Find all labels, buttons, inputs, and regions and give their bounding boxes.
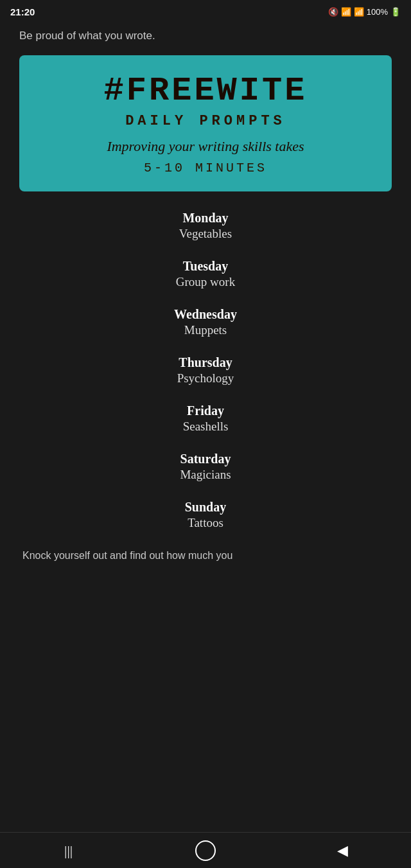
day-prompt-sunday: Tattoos: [19, 516, 392, 530]
status-time: 21:20: [10, 6, 35, 17]
banner-minutes: 5-10 MINUTES: [39, 161, 372, 175]
day-name-tuesday: Tuesday: [19, 259, 392, 274]
back-button[interactable]: ◀: [326, 838, 358, 864]
battery-icon: 🔋: [390, 7, 401, 17]
list-item: Sunday Tattoos: [19, 500, 392, 530]
intro-text: Be proud of what you wrote.: [19, 30, 392, 42]
banner-tagline: Improving your writing skills takes: [39, 137, 372, 157]
banner: #FREEWITE DAILY PROMPTS Improving your w…: [19, 55, 392, 191]
day-prompt-tuesday: Group work: [19, 275, 392, 289]
list-item: Thursday Psychology: [19, 355, 392, 385]
home-button[interactable]: [189, 838, 222, 864]
menu-button[interactable]: |||: [53, 838, 85, 864]
day-name-saturday: Saturday: [19, 452, 392, 466]
list-item: Saturday Magicians: [19, 452, 392, 482]
footer-text: Knock yourself out and find out how much…: [19, 548, 392, 563]
prompts-list: Monday Vegetables Tuesday Group work Wed…: [19, 211, 392, 530]
back-icon: ◀: [337, 842, 348, 859]
list-item: Tuesday Group work: [19, 259, 392, 289]
day-prompt-thursday: Psychology: [19, 371, 392, 385]
list-item: Monday Vegetables: [19, 211, 392, 241]
list-item: Wednesday Muppets: [19, 307, 392, 337]
day-name-sunday: Sunday: [19, 500, 392, 515]
mute-icon: 🔇: [328, 7, 338, 17]
day-prompt-wednesday: Muppets: [19, 323, 392, 337]
day-prompt-saturday: Magicians: [19, 468, 392, 482]
menu-icon: |||: [64, 842, 73, 859]
banner-subtitle: DAILY PROMPTS: [39, 113, 372, 129]
list-item: Friday Seashells: [19, 403, 392, 434]
day-name-friday: Friday: [19, 403, 392, 418]
home-icon: [195, 840, 216, 861]
day-prompt-friday: Seashells: [19, 420, 392, 434]
day-name-thursday: Thursday: [19, 355, 392, 370]
day-prompt-monday: Vegetables: [19, 227, 392, 241]
banner-title: #FREEWITE: [39, 75, 372, 108]
status-bar: 21:20 🔇 📶 📶 100% 🔋: [0, 0, 411, 23]
battery-text: 100%: [367, 7, 388, 17]
signal-icon: 📶: [354, 7, 364, 17]
nav-bar: ||| ◀: [0, 832, 411, 868]
main-content: Be proud of what you wrote. #FREEWITE DA…: [0, 23, 411, 576]
status-icons: 🔇 📶 📶 100% 🔋: [328, 7, 401, 17]
day-name-wednesday: Wednesday: [19, 307, 392, 322]
day-name-monday: Monday: [19, 211, 392, 226]
wifi-icon: 📶: [341, 7, 351, 17]
